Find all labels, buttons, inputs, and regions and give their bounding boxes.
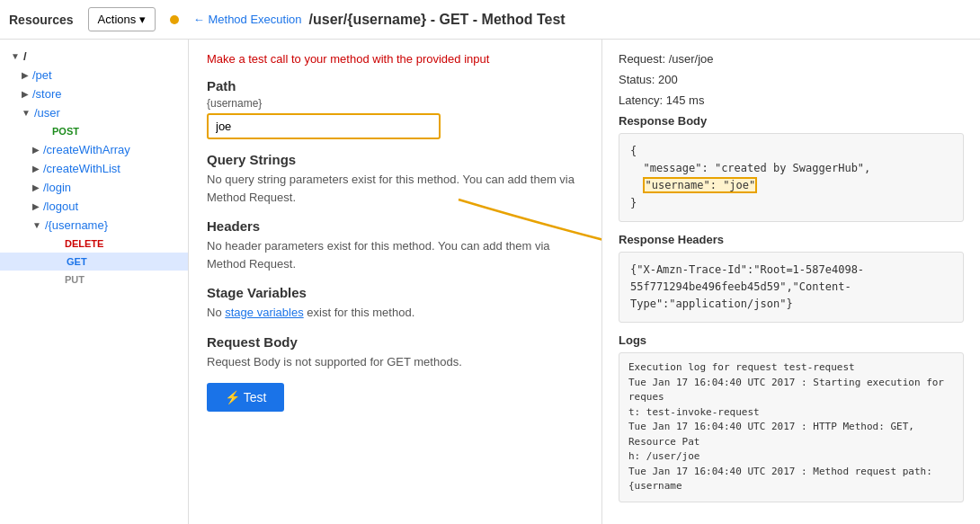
sidebar-item-username[interactable]: ▼ /{username} [0, 216, 188, 235]
stage-title: Stage Variables [207, 285, 584, 300]
response-body-code: { "message": "created by SwaggerHub", "u… [619, 133, 964, 222]
expand-icon: ▶ [22, 70, 29, 80]
expand-icon: ▶ [32, 164, 40, 173]
stage-desc: No stage variables exist for this method… [207, 304, 584, 322]
request-body-title: Request Body [207, 334, 584, 350]
request-body-section: Request Body Request Body is not support… [207, 334, 584, 371]
left-panel: Make a test call to your method with the… [189, 40, 602, 524]
sidebar-item-login[interactable]: ▶ /login [0, 178, 188, 197]
response-headers-code: {"X-Amzn-Trace-Id":"Root=1-587e4098-55f7… [619, 252, 964, 324]
sidebar-link-createwitharray[interactable]: /createWithArray [43, 143, 130, 156]
method-badge-delete: DELETE [61, 237, 107, 250]
page-title: /user/{username} - GET - Method Test [309, 12, 566, 28]
breadcrumb: ← Method Execution /user/{username} - GE… [193, 12, 566, 28]
back-link[interactable]: ← Method Execution [193, 13, 302, 26]
path-section: Path {username} [207, 78, 584, 139]
right-panel: Request: /user/joe Status: 200 Latency: … [602, 40, 980, 524]
sidebar-link-createwithlist[interactable]: /createWithList [43, 162, 120, 175]
expand-icon: ▶ [22, 89, 29, 99]
headers-section: Headers No header parameters exist for t… [207, 218, 584, 272]
sidebar-link-logout[interactable]: /logout [43, 200, 78, 213]
logs-label: Logs [619, 333, 964, 347]
sidebar-link-user[interactable]: /user [34, 106, 60, 120]
test-button[interactable]: ⚡ Test [207, 383, 284, 412]
sidebar-link-login[interactable]: /login [43, 181, 71, 194]
request-line: Request: /user/joe [619, 52, 964, 66]
sidebar-item-root[interactable]: ▼ / [0, 47, 188, 66]
headers-desc: No header parameters exist for this meth… [207, 237, 584, 272]
divider-dot [170, 15, 179, 24]
path-title: Path [207, 78, 584, 93]
sidebar-link-username[interactable]: /{username} [45, 218, 108, 232]
top-bar: Resources Actions ▾ ← Method Execution /… [0, 0, 980, 40]
query-desc: No query string parameters exist for thi… [207, 171, 584, 206]
expand-icon: ▶ [32, 182, 40, 192]
sidebar-item-put[interactable]: PUT [0, 271, 188, 289]
method-badge-put: PUT [61, 273, 88, 286]
sidebar-item-logout[interactable]: ▶ /logout [0, 197, 188, 216]
expand-icon: ▶ [32, 201, 40, 211]
expand-icon: ▼ [22, 108, 31, 118]
response-body-label: Response Body [619, 114, 964, 128]
param-label: {username} [207, 97, 584, 110]
actions-button[interactable]: Actions ▾ [88, 7, 156, 31]
expand-icon: ▶ [32, 145, 40, 155]
expand-icon: ▼ [32, 220, 41, 230]
sidebar-item-get[interactable]: GET [0, 253, 188, 271]
sidebar-item-delete[interactable]: DELETE [0, 235, 188, 253]
resources-label: Resources [9, 13, 74, 27]
path-input[interactable] [207, 113, 441, 139]
method-badge-get: GET [61, 255, 93, 268]
sidebar: ▼ / ▶ /pet ▶ /store ▼ /user POST [0, 40, 189, 524]
logs-block: Execution log for request test-request T… [619, 352, 964, 502]
sidebar-item-post[interactable]: POST [0, 122, 188, 140]
sidebar-item-user[interactable]: ▼ /user [0, 103, 188, 122]
sidebar-link-pet[interactable]: /pet [32, 68, 52, 82]
headers-title: Headers [207, 218, 584, 234]
sidebar-link-store[interactable]: /store [32, 87, 62, 101]
stage-section: Stage Variables No stage variables exist… [207, 285, 584, 322]
expand-icon: ▼ [11, 51, 20, 61]
response-headers-label: Response Headers [619, 233, 964, 246]
sidebar-item-store[interactable]: ▶ /store [0, 84, 188, 103]
sidebar-item-createwitharray[interactable]: ▶ /createWithArray [0, 140, 188, 159]
query-title: Query Strings [207, 152, 584, 167]
query-section: Query Strings No query string parameters… [207, 152, 584, 206]
latency-line: Latency: 145 ms [619, 93, 964, 107]
stage-variables-link[interactable]: stage variables [225, 306, 303, 319]
method-badge-post: POST [49, 125, 83, 138]
request-body-desc: Request Body is not supported for GET me… [207, 353, 584, 371]
sidebar-item-createwithlist[interactable]: ▶ /createWithList [0, 159, 188, 178]
sidebar-item-pet[interactable]: ▶ /pet [0, 66, 188, 84]
highlighted-line: "username": "joe" [643, 177, 757, 193]
test-intro: Make a test call to your method with the… [207, 52, 584, 66]
status-line: Status: 200 [619, 73, 964, 86]
